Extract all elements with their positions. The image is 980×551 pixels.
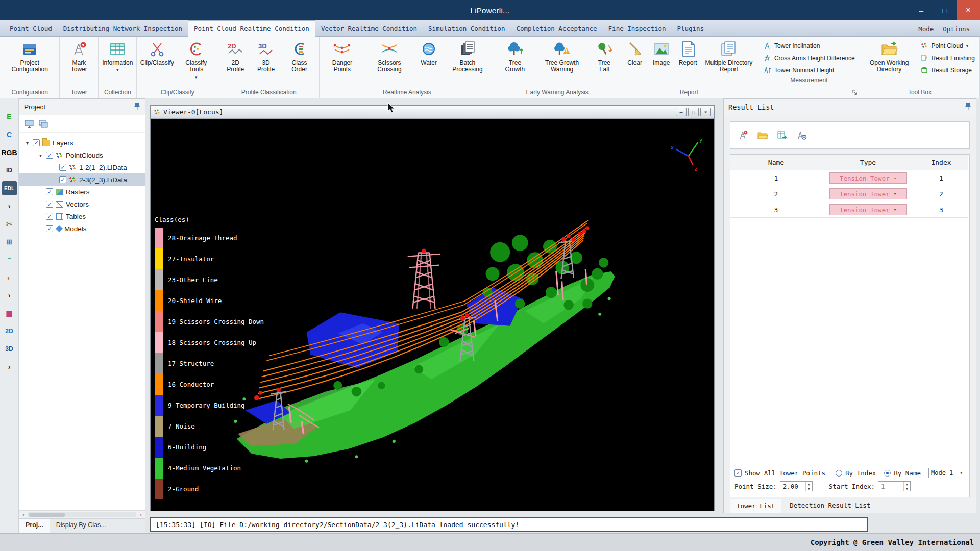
type-combo[interactable]: Tension Tower▾ [829,172,907,184]
viewer-minimize-button[interactable]: – [676,108,687,116]
rail-expander-1[interactable]: › [2,199,17,213]
menu-tab[interactable]: Simulation Condition [423,21,511,36]
rgb-tool[interactable]: RGB [2,145,17,160]
pin-icon[interactable] [965,103,971,112]
tower-filter-icon[interactable] [738,130,749,141]
elevation-tool[interactable]: E [2,110,17,124]
scrollbar-track[interactable] [28,512,136,517]
mode-select[interactable]: Mode 1 ▾ [928,468,965,478]
type-combo[interactable]: Tension Tower▾ [829,188,907,199]
by-index-radio[interactable] [836,470,842,477]
mark-tower-button[interactable]: Mark Tower [61,38,96,74]
mode-menu[interactable]: Mode [915,25,937,33]
open-folder-icon[interactable] [757,130,768,141]
class-order-button[interactable]: Class Order [281,38,317,74]
start-index-spinner[interactable]: 1 ▲▼ [878,481,911,491]
rail-expander-3[interactable]: › [2,360,17,374]
view-3d-button[interactable]: 3D [2,342,17,356]
viewer-title-bar[interactable]: Viewer-0[Focus] – □ × [151,106,714,119]
multiple-directory-report-button[interactable]: Multiple Directory Report [701,38,756,74]
dialog-launcher-icon[interactable] [851,89,858,96]
grid-selection-tool[interactable]: ⊞ [2,235,17,249]
viewer-close-button[interactable]: × [700,108,711,116]
tree-item[interactable]: ✓Vectors [19,198,145,210]
table-row[interactable]: 3Tension Tower▾3 [730,202,969,218]
edl-tool[interactable]: EDL [2,181,17,195]
tree-item[interactable]: ✓Models [19,222,145,235]
tree-item[interactable]: ✓1-2(1_2).LiData [19,161,145,173]
tree-fall-button[interactable]: Tree Fall [591,38,618,74]
pin-icon[interactable] [134,103,140,112]
tower-settings-icon[interactable] [796,130,807,141]
monitor-icon[interactable] [24,120,34,128]
clip-tool[interactable]: ✂ [2,217,17,231]
image-button[interactable]: Image [648,38,675,67]
scroll-right-icon[interactable]: › [137,512,145,518]
tree-item[interactable]: ▾✓PointClouds [19,149,145,161]
scissors-crossing-button[interactable]: Scissors Crossing [363,38,415,74]
open-working-directory-button[interactable]: Open Working Directory [862,38,917,74]
clip-classify-button[interactable]: Clip/Classify [138,38,176,67]
orbit-tool[interactable]: ◐ [2,270,17,285]
spin-up-icon[interactable]: ▲ [904,482,910,486]
table-row[interactable]: 1Tension Tower▾1 [730,170,969,186]
tab-tower-list[interactable]: Tower List [730,499,781,513]
tower-nominal-height-item[interactable]: Tower Nominal Height [763,66,855,74]
show-all-tower-points-checkbox[interactable]: ✓ [734,469,742,477]
expander-icon[interactable]: ▾ [24,140,30,146]
menu-tab[interactable]: Plugins [671,21,709,36]
danger-points-button[interactable]: Danger Points [321,38,363,74]
minimize-button[interactable]: – [910,0,933,20]
2d-profile-button[interactable]: 2D 2D Profile [220,38,251,74]
tree-item[interactable]: ✓Tables [19,210,145,222]
tree-item[interactable]: ✓Rasters [19,186,145,198]
tree-checkbox[interactable]: ✓ [46,213,53,220]
layers-icon[interactable] [39,120,48,128]
menu-tab[interactable]: Completion Acceptance [511,21,603,36]
point-cloud-toolbox-item[interactable]: Point Cloud ▾ [920,42,975,50]
viewer-maximize-button[interactable]: □ [688,108,699,116]
cross-arms-height-difference-item[interactable]: Cross Arms Height Difference [763,54,855,62]
menu-tab[interactable]: Vector Realtime Condition [315,21,423,36]
profile-section-tool[interactable]: ≡ [2,253,17,267]
view-2d-button[interactable]: 2D [2,324,17,338]
tree-checkbox[interactable]: ✓ [59,164,66,171]
scroll-left-icon[interactable]: ‹ [19,512,28,518]
column-header-type[interactable]: Type [822,155,914,170]
scrollbar-thumb[interactable] [29,513,65,517]
expander-icon[interactable]: ▾ [38,153,43,158]
close-button[interactable]: × [957,0,980,20]
tab-project[interactable]: Proj... [19,519,50,533]
rail-expander-2[interactable]: › [2,288,17,303]
spin-down-icon[interactable]: ▼ [904,486,910,491]
tab-display-by-class[interactable]: Display By Clas... [50,519,112,533]
spin-up-icon[interactable]: ▲ [806,482,812,486]
tree-growth-button[interactable]: Tree Growth [497,38,533,74]
tree-checkbox[interactable]: ✓ [46,225,53,232]
options-menu[interactable]: Options [940,25,973,33]
column-header-name[interactable]: Name [730,155,822,170]
3d-profile-button[interactable]: 3D 3D Profile [251,38,281,74]
tree-item[interactable]: ▾✓Layers [19,137,145,149]
maximize-button[interactable]: □ [933,0,957,20]
batch-processing-button[interactable]: Batch Processing [442,38,493,74]
id-tool[interactable]: ID [2,163,17,178]
viewer-canvas[interactable]: y x z Class(es) 28-Drainage Thread27-Ins… [151,119,714,511]
table-row[interactable]: 2Tension Tower▾2 [730,186,969,202]
tree-checkbox[interactable]: ✓ [59,176,66,183]
tab-detection-result-list[interactable]: Detection Result List [783,499,876,513]
spin-down-icon[interactable]: ▼ [806,486,812,491]
tree-checkbox[interactable]: ✓ [46,188,53,195]
menu-tab[interactable]: Point Cloud Realtime Condition [188,20,315,37]
menu-tab[interactable]: Distributing Network Inspection [58,21,188,36]
result-storage-toolbox-item[interactable]: Result Storage [920,66,975,74]
classify-tools-button[interactable]: Classify Tools ▾ [176,38,216,81]
tree-checkbox[interactable]: ✓ [33,139,40,146]
export-result-icon[interactable] [776,130,788,141]
project-configuration-button[interactable]: Project Configuration [2,38,58,74]
horizontal-scrollbar[interactable]: ‹ › [19,510,145,518]
menu-tab[interactable]: Fine Inspection [603,21,672,36]
report-button[interactable]: Report [675,38,701,67]
class-color-tool[interactable]: C [2,128,17,142]
by-name-radio[interactable] [884,470,891,477]
